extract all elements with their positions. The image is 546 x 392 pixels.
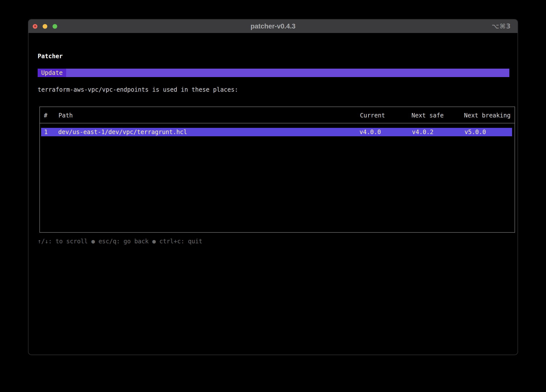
zoom-button[interactable] [53, 24, 57, 29]
terminal-window: patcher-v0.4.3 ⌥⌘3 Patcher Update terraf… [28, 19, 518, 355]
usage-table[interactable]: # Path Current Next safe Next breaking 1… [39, 107, 515, 233]
window-title: patcher-v0.4.3 [28, 23, 518, 30]
terminal-content: Patcher Update terraform-aws-vpc/vpc-end… [28, 33, 518, 355]
tab-bar: Update [38, 69, 509, 77]
window-shortcut-label: ⌥⌘3 [492, 23, 518, 30]
help-footer: ↑/↓: to scroll ● esc/q: go back ● ctrl+c… [38, 238, 202, 245]
column-header-current: Current [360, 112, 385, 119]
column-header-next-breaking: Next breaking [464, 112, 511, 119]
row-current-version: v4.0.0 [359, 128, 381, 136]
tab-update[interactable]: Update [38, 69, 66, 77]
row-path: dev/us-east-1/dev/vpc/terragrunt.hcl [58, 128, 187, 136]
page-title: Patcher [38, 53, 63, 60]
minimize-button[interactable] [43, 24, 47, 29]
usage-description: terraform-aws-vpc/vpc-endpoints is used … [38, 86, 238, 93]
row-next-breaking-version: v5.0.0 [464, 128, 486, 136]
header-separator [40, 123, 515, 123]
row-next-safe-version: v4.0.2 [412, 128, 434, 136]
row-num: 1 [44, 128, 48, 136]
column-header-next-safe: Next safe [411, 112, 444, 119]
title-bar[interactable]: patcher-v0.4.3 ⌥⌘3 [28, 20, 518, 33]
column-header-path: Path [58, 112, 73, 119]
close-button[interactable] [33, 24, 37, 29]
table-row-selected[interactable]: 1 dev/us-east-1/dev/vpc/terragrunt.hcl v… [41, 128, 512, 136]
column-header-num: # [44, 112, 47, 119]
unsaved-dot-icon [34, 25, 36, 27]
traffic-lights [28, 24, 57, 29]
